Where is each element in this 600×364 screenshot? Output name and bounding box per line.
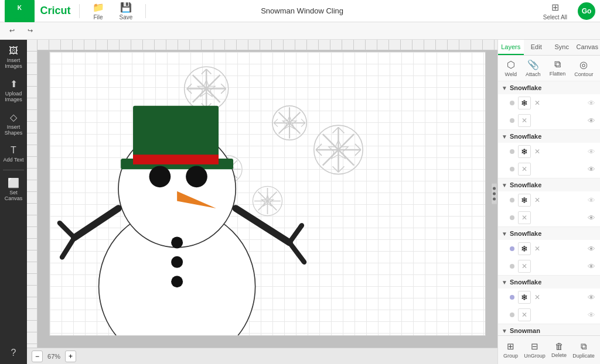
delete-label: Delete: [551, 352, 567, 358]
button-2: [171, 256, 183, 268]
eye-right: [186, 166, 207, 187]
layer-group-snowman: ▼ Snowman ⛄ ✕ 👁 ⛄ 👁: [498, 324, 600, 335]
select-all-icon: ⊞: [551, 2, 559, 13]
weld-button[interactable]: ⬡ Weld: [505, 59, 517, 77]
layer-eye-icon-4[interactable]: 👁: [588, 165, 595, 174]
redo-button[interactable]: ↪: [23, 26, 38, 36]
redo-icon: ↪: [28, 27, 33, 35]
upload-images-button[interactable]: ⬆ Upload Images: [0, 75, 27, 106]
set-canvas-button[interactable]: ⬜ Set Canvas: [0, 174, 27, 205]
logo-area: Cricut: [40, 5, 71, 17]
toolbar-separator-2: [145, 4, 146, 18]
zoom-in-button[interactable]: +: [65, 351, 76, 362]
layer-eye-icon-3[interactable]: 👁: [588, 147, 595, 156]
layer-item-5-2[interactable]: ✕ 👁: [498, 306, 600, 324]
group-button[interactable]: ⊞ Group: [501, 339, 520, 360]
file-icon: 📁: [93, 2, 104, 13]
save-button[interactable]: 💾 Save: [115, 1, 138, 22]
layer-x-icon-3[interactable]: ✕: [534, 196, 540, 204]
hat-band: [133, 154, 219, 164]
duplicate-button[interactable]: ⧉ Duplicate: [570, 339, 597, 360]
undo-button[interactable]: ↩: [5, 26, 19, 36]
panel-resize-handle[interactable]: [491, 183, 497, 205]
shapes-icon: ◇: [10, 112, 17, 123]
layer-item-3-2[interactable]: ✕ 👁: [498, 209, 600, 226]
snowflake-small-2: [253, 186, 282, 215]
svg-line-8: [221, 89, 226, 94]
snowflake-large-1: [185, 67, 229, 111]
layer-item-2-1[interactable]: ❄ ✕ 👁: [498, 143, 600, 160]
duplicate-icon: ⧉: [581, 341, 587, 352]
delete-icon: 🗑: [555, 341, 564, 351]
layer-eye-icon-2[interactable]: 👁: [588, 116, 595, 125]
group-name-4: Snowflake: [510, 230, 596, 237]
user-area[interactable]: K Katherine: [5, 0, 35, 23]
tab-edit[interactable]: Edit: [524, 40, 550, 55]
tab-canvas[interactable]: Canvas: [575, 40, 601, 55]
ungroup-button[interactable]: ⊟ UnGroup: [521, 339, 548, 360]
layer-group-header-4[interactable]: ▼ Snowflake: [498, 227, 600, 240]
file-label: File: [93, 14, 103, 20]
layer-visibility-dot: [510, 101, 514, 105]
layer-item-1-2[interactable]: ✕ 👁: [498, 112, 600, 129]
svg-line-32: [355, 150, 361, 156]
layer-item-1-1[interactable]: ❄ ✕ 👁: [498, 94, 600, 112]
layer-x-icon-4[interactable]: ✕: [534, 245, 540, 253]
layer-item-3-1[interactable]: ❄ ✕ 👁: [498, 191, 600, 209]
tab-layers[interactable]: Layers: [498, 40, 524, 55]
layer-eye-icon-5[interactable]: 👁: [588, 196, 595, 205]
file-button[interactable]: 📁 File: [88, 1, 109, 22]
layer-eye-icon-7[interactable]: 👁: [588, 245, 595, 253]
arm-right: [236, 208, 289, 242]
layer-x-icon-5[interactable]: ✕: [534, 293, 540, 301]
go-button[interactable]: Go: [578, 2, 595, 20]
layer-eye-icon-10[interactable]: 👁: [588, 311, 595, 320]
layer-group-snowflake-3: ▼ Snowflake ❄ ✕ 👁 ✕ 👁: [498, 178, 600, 227]
add-text-label: Add Text: [4, 157, 24, 163]
help-button[interactable]: ?: [0, 344, 27, 362]
layer-eye-icon-1[interactable]: 👁: [588, 99, 595, 108]
delete-button[interactable]: 🗑 Delete: [549, 339, 569, 360]
attach-button[interactable]: 📎 Attach: [526, 59, 541, 77]
right-panel: Layers Edit Sync Canvas ⬡ Weld 📎 Attach …: [497, 40, 600, 364]
layer-group-header-5[interactable]: ▼ Snowflake: [498, 276, 600, 289]
contour-button[interactable]: ◎ Contour: [574, 59, 593, 77]
layer-item-5-1[interactable]: ❄ ✕ 👁: [498, 289, 600, 306]
group-name-3: Snowflake: [510, 181, 596, 188]
layer-x-icon-2[interactable]: ✕: [534, 147, 540, 156]
svg-line-31: [355, 144, 361, 150]
layer-item-4-1[interactable]: ❄ ✕ 👁: [498, 240, 600, 257]
layer-group-header-1[interactable]: ▼ Snowflake: [498, 81, 600, 94]
layer-eye-icon-9[interactable]: 👁: [588, 293, 595, 302]
layer-thumb-x-1: ✕: [518, 114, 531, 127]
attach-icon: 📎: [527, 59, 539, 70]
add-text-button[interactable]: T Add Text: [0, 142, 27, 166]
layer-group-header-3[interactable]: ▼ Snowflake: [498, 178, 600, 191]
cricut-logo: Cricut: [40, 5, 71, 17]
svg-line-29: [316, 144, 322, 150]
layer-group-header-snowman[interactable]: ▼ Snowman: [498, 324, 600, 335]
flatten-button[interactable]: ⧉ Flatten: [550, 59, 566, 77]
insert-shapes-button[interactable]: ◇ Insert Shapes: [0, 108, 27, 139]
canvas-area[interactable]: [38, 40, 497, 348]
group-label: Group: [503, 353, 518, 359]
svg-line-35: [332, 166, 338, 172]
horizontal-ruler: [38, 40, 497, 50]
drawing-canvas[interactable]: [49, 51, 486, 336]
insert-images-button[interactable]: 🖼 Insert Images: [0, 42, 27, 73]
group-arrow-snowman: ▼: [502, 328, 507, 334]
layer-x-icon[interactable]: ✕: [534, 99, 540, 107]
layer-eye-icon-8[interactable]: 👁: [588, 262, 595, 271]
layer-item-2-2[interactable]: ✕ 👁: [498, 160, 600, 178]
layer-eye-icon-6[interactable]: 👁: [588, 214, 595, 222]
help-icon: ?: [11, 348, 16, 358]
resize-dot-1: [493, 187, 496, 190]
layer-item-4-2[interactable]: ✕ 👁: [498, 257, 600, 275]
layer-vis-dot-4: [510, 167, 514, 171]
text-icon: T: [11, 145, 16, 156]
tab-sync[interactable]: Sync: [549, 40, 575, 55]
zoom-out-button[interactable]: −: [32, 351, 43, 362]
select-all-button[interactable]: ⊞ Select All: [538, 1, 572, 22]
layer-group-header-2[interactable]: ▼ Snowflake: [498, 130, 600, 143]
canvas-footer: − 67% +: [27, 348, 497, 364]
